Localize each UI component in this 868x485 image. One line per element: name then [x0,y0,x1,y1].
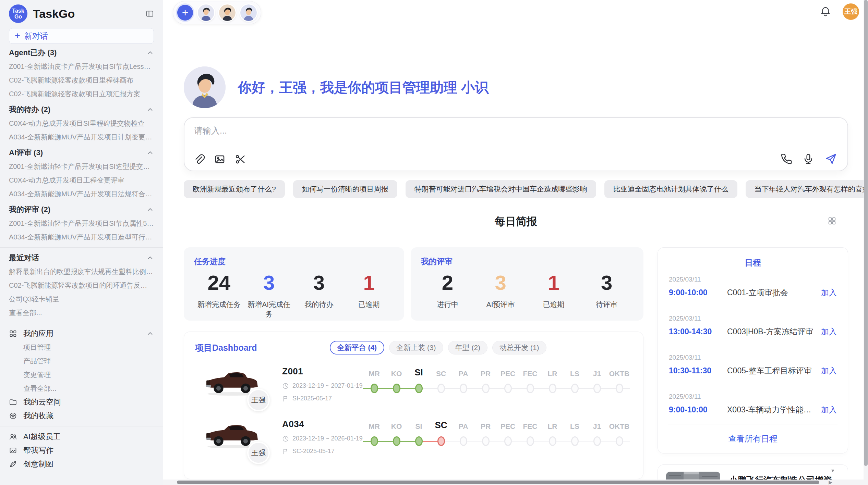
app-link-item[interactable]: 查看全部... [9,382,154,395]
input-tools-right [781,152,837,165]
join-link[interactable]: 加入 [821,365,837,376]
scissors-icon[interactable] [234,153,246,165]
assistant-hero: 你好，王强，我是你的项目管理助理 小识 [184,66,848,108]
milestone-dot [549,436,556,446]
milestone-label: PR [474,370,497,378]
clock-icon [282,383,289,389]
vertical-scrollbar-thumb[interactable] [864,0,868,466]
section-header-my-review[interactable]: 我的评审 (2) [9,203,154,216]
stat-item: 3 待评审 [580,272,633,309]
section-header-my-todo[interactable]: 我的待办 (2) [9,103,154,116]
suggestion-chip[interactable]: 如何写一份清晰的项目周报 [293,180,397,198]
task-progress-card: 任务进度 24 新增完成任务 3 新增AI [184,247,404,321]
section-header-ai-review[interactable]: AI评审 (3) [9,146,154,160]
chevron-up-icon [146,49,154,57]
avatar[interactable] [219,4,236,21]
milestone-label: PR [474,422,497,431]
stat-value: 24 [194,272,244,294]
suggestion-chip[interactable]: 欧洲新规最近颁布了什么? [184,180,285,198]
sidebar-item-ai-staff[interactable]: AI超级员工 [9,430,154,444]
avatar[interactable] [198,4,214,21]
sidebar-conversation-item[interactable]: C02-飞腾新能源轻客改款项目立项汇报方案 [9,87,154,101]
dashboard-tab[interactable]: 全新平台 (4) [330,341,385,355]
sidebar-conversation-item[interactable]: C0X4-动力总成开发项目SI里程碑提交物检查 [9,116,154,130]
sidebar-conversation-item[interactable]: A034-全新新能源MUV产品开发项目造型可行性评审 [9,230,154,244]
stat-value: 3 [580,272,633,294]
schedule-date: 2025/03/11 [669,315,837,322]
sidebar-conversation-item[interactable]: A034-全新新能源MUV产品开发项目法规符合性评审 [9,187,154,201]
phone-call-icon[interactable] [781,153,792,165]
milestone-dot [415,384,423,393]
image-upload-icon[interactable] [214,153,226,165]
schedule-date: 2025/03/11 [669,354,837,361]
milestone-dot [527,436,534,446]
stat-item: 2 进行中 [421,272,474,309]
suggestion-chip[interactable]: 当下年轻人对汽车外观有怎样的喜好趋势 [746,180,868,198]
send-icon[interactable] [824,152,837,165]
layout-grid-icon[interactable] [828,216,836,225]
suggestion-chip[interactable]: 特朗普可能对进口汽车增税会对中国车企造成哪些影响 [406,180,596,198]
sidebar-conversation-item[interactable]: C0X4-动力总成开发项目工程变更评审 [9,173,154,187]
join-link[interactable]: 加入 [821,326,837,337]
add-conversation-button[interactable]: + [177,5,193,21]
app-link-item[interactable]: 项目管理 [9,340,154,354]
stat-item: 1 已逾期 [527,272,580,309]
new-chat-label: 新对话 [24,31,48,41]
sidebar-conversation-item[interactable]: C02-飞腾新能源轻客改款项目里程碑画布 [9,73,154,87]
dashboard-tab[interactable]: 全新上装 (3) [389,341,443,355]
milestone-label: LS [564,422,586,431]
sidebar-item-my-apps[interactable]: 我的应用 [9,327,154,340]
notification-bell-icon[interactable] [820,6,831,17]
dashboard-tab[interactable]: 动总开发 (1) [492,341,546,355]
sidebar-conversation-item[interactable]: C02-飞腾新能源轻客改款项目的闭环通告反馈情况 [9,278,154,292]
stat-label: 新增完成任务 [194,300,244,309]
my-review-card: 我的评审 2 进行中 3 AI预评审 [411,247,643,321]
my-review-items: 2 进行中 3 AI预评审 1 [421,272,633,309]
avatar[interactable] [240,4,257,21]
sidebar-item-cloud-space[interactable]: 我的云空间 [9,395,154,409]
ai-staff-label: AI超级员工 [23,432,61,442]
project-row[interactable]: 王强 Z001 2023-12-19 ~ 2027-01-19 SI-2025-… [195,365,632,409]
sidebar-item-write-helper[interactable]: 帮我写作 [9,444,154,457]
sidebar-conversation-item[interactable]: Z001-全新燃油轻卡产品开发项目SI造型提交物评审 [9,160,154,173]
grid-icon [9,329,17,338]
sidebar-item-favorites[interactable]: 我的收藏 [9,409,154,423]
sidebar-collapse-icon[interactable] [146,10,154,18]
schedule-event-title: C005-整车工程目标评审 [727,365,815,376]
section-header-recent[interactable]: 最近对话 [9,251,154,265]
dashboard-tab[interactable]: 年型 (2) [448,341,488,355]
scroll-right-arrow[interactable]: ▶ [829,480,832,485]
join-link[interactable]: 加入 [821,405,837,415]
schedule-entry: 2025/03/11 10:30-11:30 C005-整车工程目标评审 加入 [668,346,837,385]
section-header-agent-done[interactable]: Agent已办 (3) [9,46,154,60]
project-row[interactable]: 王强 A034 2023-12-19 ~ 2026-01-19 SC-2025-… [195,418,632,461]
conversation-switcher: + [173,1,261,24]
microphone-icon[interactable] [803,153,814,165]
suggestion-chip[interactable]: 比亚迪全固态电池计划具体说了什么 [604,180,737,198]
sidebar-conversation-item[interactable]: A034-全新新能源MUV产品开发项目计划变更表编写 [9,130,154,144]
divider [0,323,163,323]
app-link-item[interactable]: 产品管理 [9,354,154,368]
sidebar-item-creative-draw[interactable]: 创意制图 [9,457,154,471]
sidebar-conversation-item[interactable]: 查看全部... [9,306,154,320]
paperclip-icon[interactable] [193,153,205,165]
section-header-label: 最近对话 [9,253,39,263]
my-apps-list: 项目管理产品管理变更管理查看全部... [9,340,154,395]
join-link[interactable]: 加入 [821,287,837,298]
milestone-label: PEC [497,370,519,378]
left-column: 任务进度 24 新增完成任务 3 新增AI [184,247,643,479]
sidebar-conversation-item[interactable]: 解释最新出台的欧盟报废车法规再生塑料比例被调至15%... [9,265,154,278]
sidebar-conversation-item[interactable]: 公司Q3轻卡销量 [9,292,154,306]
scroll-down-arrow[interactable]: ▼ [830,468,835,473]
chat-input[interactable] [193,125,675,136]
user-avatar[interactable]: 王强 [843,3,859,20]
project-dates: 2023-12-19 ~ 2027-01-19 [282,382,363,389]
sidebar-conversation-item[interactable]: Z001-全新燃油皮卡产品开发项目SI节点Lesson Learn报告 [9,60,154,73]
new-chat-button[interactable]: + 新对话 [9,28,154,44]
app-link-item[interactable]: 变更管理 [9,368,154,382]
view-all-schedule-link[interactable]: 查看所有日程 [668,424,837,452]
horizontal-scrollbar-thumb[interactable] [177,481,819,484]
sidebar-conversation-item[interactable]: Z001-全新燃油轻卡产品开发项目SI节点属性5D文件评审 [9,216,154,230]
stat-item: 3 我的待办 [294,272,344,319]
project-dashboard-card: 项目Dashboard 全新平台 (4)全新上装 (3)年型 (2)动总开发 (… [184,332,643,479]
